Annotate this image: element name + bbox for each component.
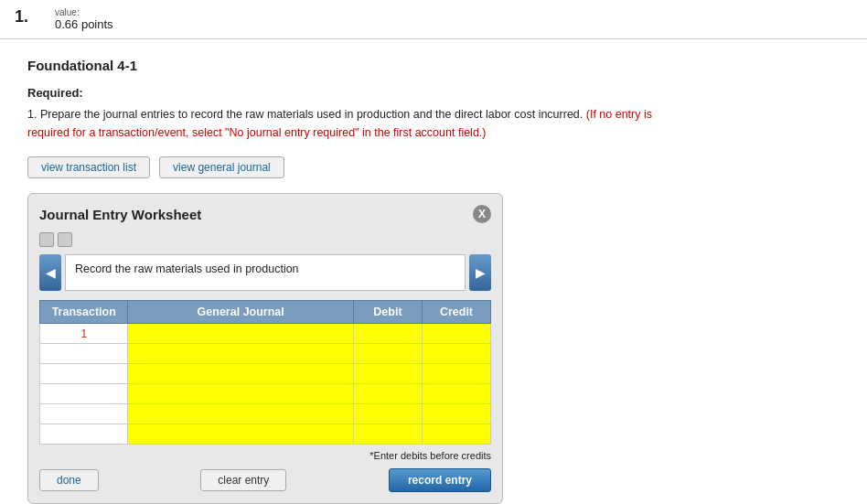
table-row <box>40 344 491 364</box>
debit-input-cell-6[interactable] <box>353 424 422 445</box>
instructions: 1. Prepare the journal entries to record… <box>27 105 668 142</box>
table-row <box>40 424 491 445</box>
description-row: ◀ Record the raw materials used in produ… <box>39 254 491 291</box>
debit-input-cell-2[interactable] <box>353 344 422 364</box>
credit-input-cell-3[interactable] <box>422 364 490 384</box>
general-journal-input-cell-5[interactable] <box>128 404 354 424</box>
credit-input-1[interactable] <box>423 324 490 343</box>
next-arrow-button[interactable]: ▶ <box>469 254 491 291</box>
done-button[interactable]: done <box>39 469 99 491</box>
col-header-general-journal: General Journal <box>128 301 354 324</box>
question-meta: value: 0.66 points <box>55 7 113 31</box>
credit-input-2[interactable] <box>423 344 490 363</box>
top-bar: 1. value: 0.66 points <box>0 0 867 39</box>
general-journal-input-4[interactable] <box>128 384 353 403</box>
description-text: Record the raw materials used in product… <box>65 254 466 291</box>
credit-input-5[interactable] <box>423 404 490 424</box>
general-journal-input-5[interactable] <box>128 404 353 424</box>
general-journal-input-1[interactable] <box>128 324 353 343</box>
debit-input-2[interactable] <box>354 344 422 363</box>
table-row <box>40 364 491 384</box>
worksheet-header: Journal Entry Worksheet X <box>39 205 491 223</box>
record-entry-button[interactable]: record entry <box>389 468 491 492</box>
enter-debits-note: *Enter debits before credits <box>39 450 491 461</box>
credit-input-3[interactable] <box>423 364 490 383</box>
debit-input-cell-3[interactable] <box>353 364 422 384</box>
debit-input-1[interactable] <box>354 324 422 343</box>
col-header-credit: Credit <box>422 301 490 324</box>
footer-buttons: done clear entry record entry <box>39 468 491 492</box>
section-title: Foundational 4-1 <box>27 58 840 73</box>
credit-input-cell-4[interactable] <box>422 384 490 404</box>
required-label: Required: <box>27 86 840 100</box>
col-header-transaction: Transaction <box>40 301 128 324</box>
view-general-journal-button[interactable]: view general journal <box>159 156 284 178</box>
debit-input-4[interactable] <box>354 384 422 403</box>
general-journal-input-cell-2[interactable] <box>128 344 354 364</box>
nav-icon-next[interactable] <box>58 232 72 247</box>
table-row <box>40 404 491 424</box>
general-journal-input-cell-3[interactable] <box>128 364 354 384</box>
debit-input-cell-1[interactable] <box>353 324 422 344</box>
question-number: 1. <box>15 7 37 27</box>
main-content: Foundational 4-1 Required: 1. Prepare th… <box>0 39 867 504</box>
clear-entry-button[interactable]: clear entry <box>200 469 286 491</box>
credit-input-cell-2[interactable] <box>422 344 490 364</box>
debit-input-cell-4[interactable] <box>353 384 422 404</box>
button-row: view transaction list view general journ… <box>27 156 840 178</box>
table-row <box>40 384 491 404</box>
value-label: value: <box>55 7 113 17</box>
transaction-empty-5 <box>40 404 128 424</box>
debit-input-5[interactable] <box>354 404 422 424</box>
credit-input-cell-1[interactable] <box>422 324 490 344</box>
table-row: 1 <box>40 324 491 344</box>
close-button[interactable]: X <box>473 205 491 223</box>
credit-input-4[interactable] <box>423 384 490 403</box>
journal-table: Transaction General Journal Debit Credit… <box>39 300 491 445</box>
transaction-empty-4 <box>40 384 128 404</box>
transaction-empty-2 <box>40 344 128 364</box>
debit-input-cell-5[interactable] <box>353 404 422 424</box>
nav-icons <box>39 232 491 247</box>
general-journal-input-6[interactable] <box>128 424 353 444</box>
credit-input-cell-6[interactable] <box>422 424 490 445</box>
instructions-text1: 1. Prepare the journal entries to record… <box>27 108 586 121</box>
credit-input-cell-5[interactable] <box>422 404 490 424</box>
transaction-empty-6 <box>40 424 128 445</box>
transaction-empty-3 <box>40 364 128 384</box>
debit-input-6[interactable] <box>354 424 422 444</box>
general-journal-input-3[interactable] <box>128 364 353 383</box>
worksheet-title: Journal Entry Worksheet <box>39 207 201 222</box>
prev-arrow-button[interactable]: ◀ <box>39 254 61 291</box>
transaction-number-cell: 1 <box>40 324 128 344</box>
general-journal-input-cell-6[interactable] <box>128 424 354 445</box>
credit-input-6[interactable] <box>423 424 490 444</box>
general-journal-input-cell-4[interactable] <box>128 384 354 404</box>
nav-icon-prev[interactable] <box>39 232 54 247</box>
view-transaction-list-button[interactable]: view transaction list <box>27 156 150 178</box>
general-journal-input-cell-1[interactable] <box>128 324 354 344</box>
general-journal-input-2[interactable] <box>128 344 353 363</box>
journal-entry-worksheet: Journal Entry Worksheet X ◀ Record the r… <box>27 193 503 504</box>
debit-input-3[interactable] <box>354 364 422 383</box>
points-value: 0.66 points <box>55 17 113 31</box>
col-header-debit: Debit <box>353 301 422 324</box>
